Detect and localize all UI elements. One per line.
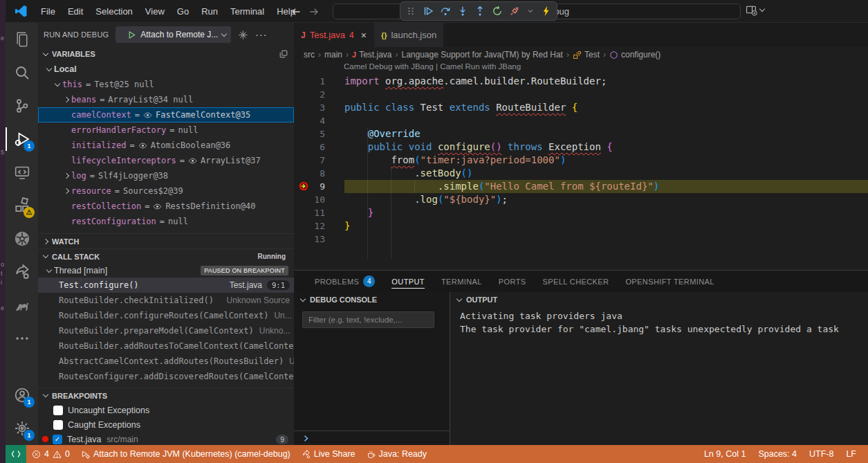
- activity-explorer[interactable]: [6, 23, 38, 56]
- restart-button[interactable]: [492, 6, 503, 17]
- breakpoints-section-header[interactable]: BREAKPOINTS: [38, 388, 294, 403]
- breadcrumb-item[interactable]: src: [304, 50, 315, 60]
- code-line-2[interactable]: 2: [294, 88, 868, 101]
- chevron-down-icon[interactable]: [44, 69, 54, 71]
- editor-gutter[interactable]: 5: [294, 127, 344, 140]
- breakpoint-row[interactable]: ✓Test.javasrc/main9: [38, 432, 294, 445]
- code-line-1[interactable]: 1import org.apache.camel.builder.RouteBu…: [294, 75, 868, 88]
- java-status[interactable]: Java: Ready: [361, 445, 432, 463]
- activity-extensions[interactable]: ⚠: [6, 189, 38, 222]
- start-debug-icon[interactable]: [127, 30, 136, 39]
- status-eol[interactable]: LF: [840, 449, 862, 459]
- variables-scope-local[interactable]: Local: [38, 62, 294, 77]
- disconnect-chevron-icon[interactable]: [526, 7, 535, 15]
- stack-frame-row[interactable]: AbstractCamelContext.addRoutes(RoutesBui…: [38, 354, 294, 369]
- menu-file[interactable]: File: [35, 3, 62, 19]
- panel-tab-ports[interactable]: PORTS: [499, 271, 526, 292]
- code-line-13[interactable]: 13: [294, 233, 868, 246]
- breadcrumb-item[interactable]: main: [324, 50, 342, 60]
- disconnect-button[interactable]: [509, 6, 520, 17]
- breakpoint-checkbox[interactable]: [53, 420, 63, 430]
- breakpoint-row[interactable]: Uncaught Exceptions: [38, 403, 294, 417]
- thread-row[interactable]: Thread [main] PAUSED ON BREAKPOINT: [38, 264, 294, 278]
- watch-section-header[interactable]: WATCH: [38, 233, 294, 248]
- breadcrumb-item[interactable]: Test: [573, 50, 600, 60]
- editor-gutter[interactable]: 10: [294, 193, 344, 206]
- stack-frame-row[interactable]: RouteBuilder.checkInitialized()Unknown S…: [38, 293, 294, 308]
- back-button[interactable]: [290, 6, 302, 17]
- status-encoding[interactable]: UTF-8: [803, 449, 840, 459]
- code-line-6[interactable]: 6 public void configure() throws Excepti…: [294, 140, 868, 154]
- customize-layout-button[interactable]: [746, 4, 764, 16]
- variable-row-restConfiguration[interactable]: restConfiguration=null: [38, 214, 294, 229]
- code-line-8[interactable]: 8 .setBody(): [294, 167, 868, 180]
- activity-camel[interactable]: [6, 289, 38, 322]
- code-line-7[interactable]: 7 from("timer:java?period=1000"): [294, 154, 868, 167]
- breakpoint-checkbox[interactable]: [53, 406, 63, 415]
- views-more-actions-button[interactable]: ···: [255, 29, 267, 40]
- code-line-9[interactable]: 9 .simple("Hello Camel from ${routeId}"): [294, 180, 868, 193]
- chevron-down-icon[interactable]: [44, 270, 54, 272]
- editor-gutter[interactable]: 6: [294, 140, 344, 154]
- stack-frame-row[interactable]: RouteBuilder.addRoutesToCamelContext(Cam…: [38, 338, 294, 354]
- breakpoint-row[interactable]: Caught Exceptions: [38, 417, 294, 432]
- editor-gutter[interactable]: 11: [294, 206, 344, 219]
- activity-kubernetes[interactable]: [6, 222, 38, 255]
- attach-lightning-button[interactable]: [541, 6, 552, 17]
- activity-more[interactable]: [6, 322, 38, 355]
- code-line-12[interactable]: 12}: [294, 219, 868, 233]
- panel-tab-terminal[interactable]: TERMINAL: [441, 271, 482, 292]
- panel-tab-openshift-terminal[interactable]: OPENSHIFT TERMINAL: [625, 271, 714, 292]
- call-stack-section-header[interactable]: CALL STACK Running: [38, 248, 294, 264]
- menu-edit[interactable]: Edit: [62, 3, 89, 19]
- drag-gripper[interactable]: [405, 6, 416, 17]
- debug-console-input[interactable]: [294, 430, 450, 446]
- breadcrumb-item[interactable]: JTest.java: [352, 50, 391, 60]
- variable-row-this[interactable]: this=Test@25 null: [38, 77, 294, 92]
- breadcrumb[interactable]: src›main›JTest.java›Language Support for…: [294, 47, 868, 62]
- editor-gutter[interactable]: 13: [294, 233, 344, 246]
- forward-button[interactable]: [308, 6, 320, 17]
- editor-gutter[interactable]: 2: [294, 88, 344, 101]
- remote-indicator-button[interactable]: [6, 445, 26, 463]
- editor-tab-test-java[interactable]: JTest.java4×: [294, 23, 374, 47]
- step-out-button[interactable]: [474, 6, 486, 17]
- debug-console-header[interactable]: DEBUG CONSOLE: [294, 292, 450, 307]
- editor-gutter[interactable]: 1: [294, 75, 344, 88]
- activity-settings[interactable]: 1: [6, 412, 38, 445]
- variable-row-lifecycleInterceptors[interactable]: lifecycleInterceptors=ArrayList@37: [38, 153, 294, 168]
- variable-row-restCollection[interactable]: restCollection=RestsDefinition@40: [38, 199, 294, 214]
- code-area[interactable]: 1import org.apache.camel.builder.RouteBu…: [294, 75, 868, 246]
- activity-live-share[interactable]: [6, 255, 38, 289]
- panel-tab-output[interactable]: OUTPUT: [391, 271, 425, 292]
- menu-run[interactable]: Run: [195, 3, 224, 19]
- activity-remote-explorer[interactable]: [6, 156, 38, 189]
- continue-button[interactable]: [423, 6, 434, 17]
- breakpoint-checkbox[interactable]: ✓: [53, 435, 62, 444]
- variable-row-errorHandlerFactory[interactable]: errorHandlerFactory=null: [38, 122, 294, 138]
- variable-row-log[interactable]: log=Slf4jLogger@38: [38, 168, 294, 183]
- chevron-right-icon[interactable]: [61, 98, 71, 102]
- close-icon[interactable]: ×: [361, 30, 367, 41]
- breadcrumb-item[interactable]: configure(): [609, 50, 661, 60]
- status-cursor-position[interactable]: Ln 9, Col 1: [698, 449, 752, 459]
- codelens-links[interactable]: Camel Debug with JBang | Camel Run with …: [294, 62, 868, 75]
- code-line-3[interactable]: 3public class Test extends RouteBuilder …: [294, 101, 868, 114]
- stack-frame-row[interactable]: RoutesConfigurer.addDiscoveredRoutes(Cam…: [38, 369, 294, 384]
- breadcrumb-item[interactable]: Language Support for Java(TM) by Red Hat: [402, 50, 563, 60]
- editor-tab-launch-json[interactable]: {}launch.json: [374, 23, 444, 47]
- code-line-11[interactable]: 11 }: [294, 206, 868, 219]
- panel-tab-spell-checker[interactable]: SPELL CHECKER: [543, 271, 609, 292]
- variables-section-header[interactable]: VARIABLES: [38, 46, 294, 62]
- open-panel-icon[interactable]: [279, 49, 288, 59]
- editor-gutter[interactable]: 9: [294, 180, 344, 193]
- debug-settings-gear-button[interactable]: [238, 30, 248, 40]
- debug-target-status[interactable]: Attach to Remote JVM (Kubernetes) (camel…: [75, 445, 296, 463]
- variable-row-camelContext[interactable]: camelContext=FastCamelContext@35: [38, 107, 294, 122]
- stack-frame-row[interactable]: RouteBuilder.configureRoutes(CamelContex…: [38, 308, 294, 323]
- variable-row-beans[interactable]: beans=ArrayList@34 null: [38, 92, 294, 107]
- chevron-down-icon[interactable]: [52, 84, 62, 86]
- activity-run-and-debug[interactable]: 1: [6, 122, 38, 156]
- debug-console-filter-input[interactable]: [302, 311, 434, 328]
- step-over-button[interactable]: [440, 6, 451, 17]
